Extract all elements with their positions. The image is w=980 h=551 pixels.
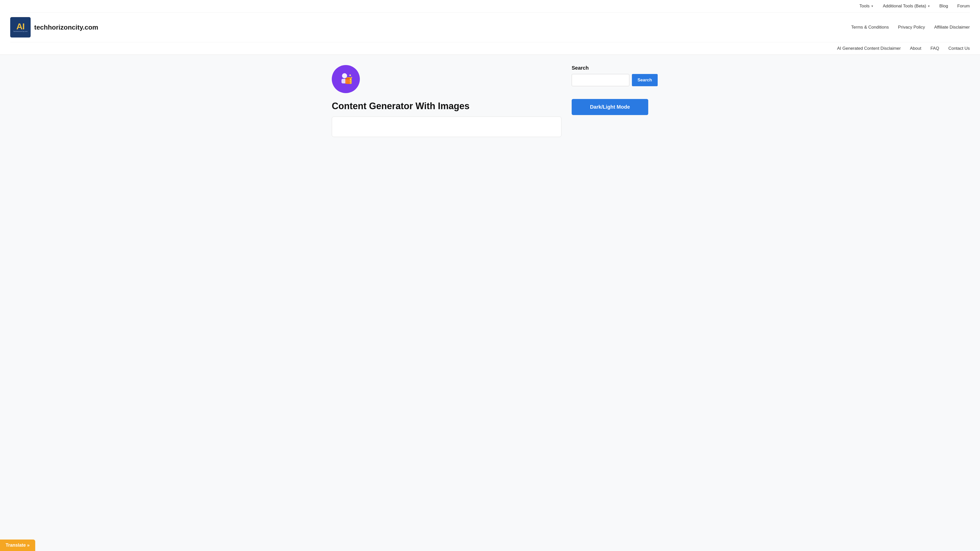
nav-contact-label: Contact Us (948, 46, 970, 51)
nav-faq-label: FAQ (931, 46, 939, 51)
nav-affiliate-label: Affiliate Disclaimer (934, 25, 970, 30)
nav-affiliate[interactable]: Affiliate Disclaimer (934, 25, 970, 30)
logo-box: AI TechHorizonCity.com (10, 17, 30, 38)
nav-additional-tools[interactable]: Additional Tools (Beta) ▼ (883, 3, 930, 9)
search-input[interactable] (572, 74, 629, 86)
top-nav: Tools ▼ Additional Tools (Beta) ▼ Blog F… (10, 0, 970, 13)
nav-blog[interactable]: Blog (939, 3, 948, 9)
nav-faq[interactable]: FAQ (931, 46, 939, 51)
logo-ai-text: AI (16, 22, 24, 30)
logo-sub-text: TechHorizonCity.com (13, 30, 27, 32)
main-wrapper: Content Generator With Images Search Sea… (324, 55, 656, 147)
feature-icon (332, 65, 360, 93)
content-area: Content Generator With Images (332, 65, 562, 137)
nav-about[interactable]: About (910, 46, 921, 51)
content-form-box[interactable] (332, 117, 562, 137)
search-button[interactable]: Search (632, 74, 658, 86)
nav-forum[interactable]: Forum (957, 3, 970, 9)
nav-about-label: About (910, 46, 921, 51)
svg-rect-8 (345, 78, 350, 79)
site-name: techhorizoncity.com (34, 24, 98, 32)
nav-tools-label: Tools (859, 3, 870, 9)
nav-terms-label: Terms & Conditions (851, 25, 889, 30)
nav-ai-disclaimer-label: AI Generated Content Disclaimer (837, 46, 900, 51)
nav-terms[interactable]: Terms & Conditions (851, 25, 889, 30)
search-section: Search Search (572, 65, 648, 86)
svg-rect-3 (347, 77, 352, 78)
tools-chevron-icon: ▼ (871, 5, 873, 8)
middle-nav: Terms & Conditions Privacy Policy Affili… (851, 25, 970, 30)
bottom-nav: AI Generated Content Disclaimer About FA… (10, 42, 970, 55)
svg-point-9 (349, 75, 351, 76)
nav-privacy-label: Privacy Policy (898, 25, 925, 30)
nav-blog-label: Blog (939, 3, 948, 9)
nav-tools[interactable]: Tools ▼ (859, 3, 874, 9)
search-row: Search (572, 74, 648, 86)
middle-row: AI TechHorizonCity.com techhorizoncity.c… (10, 13, 970, 42)
nav-forum-label: Forum (957, 3, 970, 9)
nav-additional-tools-label: Additional Tools (Beta) (883, 3, 926, 9)
nav-privacy[interactable]: Privacy Policy (898, 25, 925, 30)
site-header: Tools ▼ Additional Tools (Beta) ▼ Blog F… (0, 0, 980, 55)
feature-icon-circle (332, 65, 360, 93)
nav-ai-disclaimer[interactable]: AI Generated Content Disclaimer (837, 46, 900, 51)
search-section-label: Search (572, 65, 648, 71)
additional-tools-chevron-icon: ▼ (928, 5, 930, 8)
nav-contact[interactable]: Contact Us (948, 46, 970, 51)
svg-point-0 (342, 73, 347, 78)
dark-light-mode-button[interactable]: Dark/Light Mode (572, 99, 648, 115)
logo-area[interactable]: AI TechHorizonCity.com techhorizoncity.c… (10, 17, 98, 38)
svg-point-10 (351, 77, 352, 78)
page-title: Content Generator With Images (332, 101, 562, 111)
sidebar: Search Search Dark/Light Mode (572, 65, 648, 137)
